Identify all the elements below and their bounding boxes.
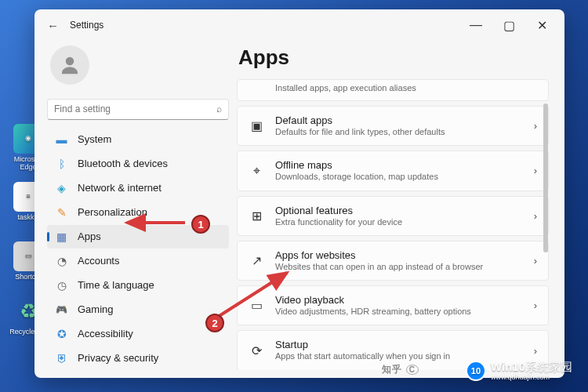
card-sub: Websites that can open in an app instead… (275, 261, 523, 272)
svg-point-0 (66, 57, 74, 66)
card-optional-features[interactable]: ⊞ Optional features Extra functionality … (237, 196, 549, 236)
sidebar-item-accounts[interactable]: ◔ Accounts (47, 249, 229, 273)
card-title: Video playback (275, 294, 523, 306)
features-icon: ⊞ (249, 208, 264, 223)
card-title: Apps for websites (275, 249, 523, 261)
sidebar-item-system[interactable]: ▬ System (47, 128, 229, 151)
sidebar-item-gaming[interactable]: 🎮 Gaming (47, 298, 229, 321)
sidebar-item-privacy[interactable]: ⛨ Privacy & security (47, 347, 229, 370)
avatar (50, 45, 89, 85)
scrollbar[interactable] (543, 88, 550, 359)
apps-icon: ▦ (55, 230, 68, 243)
search-input[interactable]: Find a setting ⌕ (47, 99, 229, 120)
chevron-right-icon: › (534, 345, 537, 357)
sidebar-item-bluetooth[interactable]: ᛒ Bluetooth & devices (47, 152, 229, 176)
card-video-playback[interactable]: ▭ Video playback Video adjustments, HDR … (237, 285, 549, 325)
sidebar-item-label: System (78, 133, 111, 145)
search-placeholder: Find a setting (54, 103, 216, 114)
clock-icon: ◷ (55, 278, 68, 292)
sidebar-item-time-language[interactable]: ◷ Time & language (47, 274, 229, 297)
close-button[interactable]: ✕ (525, 13, 558, 37)
chevron-right-icon: › (534, 165, 537, 176)
startup-icon: ⟳ (249, 343, 264, 358)
card-sub: Downloads, storage location, map updates (275, 171, 523, 182)
card-title: Offline maps (275, 159, 523, 171)
card-sub: Defaults for file and link types, other … (275, 126, 523, 137)
card-default-apps[interactable]: ▣ Default apps Defaults for file and lin… (237, 106, 549, 146)
chevron-right-icon: › (534, 255, 537, 267)
default-apps-icon: ▣ (249, 118, 264, 134)
map-icon: ⌖ (249, 163, 264, 179)
card-offline-maps[interactable]: ⌖ Offline maps Downloads, storage locati… (237, 151, 549, 191)
profile-block[interactable] (47, 41, 229, 99)
cards-list: Installed apps, app execution aliases ▣ … (237, 79, 549, 370)
accounts-icon: ◔ (55, 254, 68, 267)
chevron-right-icon: › (534, 299, 537, 311)
sidebar-item-label: Network & internet (78, 182, 162, 194)
sidebar-item-accessibility[interactable]: ✪ Accessibility (47, 322, 229, 346)
video-icon: ▭ (249, 298, 264, 314)
window-title: Settings (70, 20, 103, 31)
card-title: Startup (275, 339, 523, 350)
card-sub: Video adjustments, HDR streaming, batter… (275, 306, 523, 317)
shield-icon: ⛨ (55, 351, 68, 365)
card-apps-for-websites[interactable]: ↗ Apps for websites Websites that can op… (237, 241, 549, 281)
sidebar-item-label: Bluetooth & devices (78, 158, 168, 169)
card-installed-apps[interactable]: Installed apps, app execution aliases (237, 79, 549, 101)
card-title: Default apps (275, 114, 523, 126)
sidebar-item-label: Privacy & security (78, 352, 158, 364)
personalization-icon: ✎ (55, 205, 68, 219)
scrollbar-thumb[interactable] (543, 103, 548, 252)
card-sub: Extra functionality for your device (275, 216, 523, 227)
websites-icon: ↗ (249, 253, 264, 269)
minimize-button[interactable]: — (459, 13, 492, 37)
sidebar-item-label: Gaming (78, 303, 114, 315)
sidebar-item-network[interactable]: ◈ Network & internet (47, 176, 229, 200)
card-title: Optional features (275, 205, 523, 216)
network-icon: ◈ (55, 181, 68, 194)
system-icon: ▬ (55, 132, 68, 146)
nav-list: ▬ System ᛒ Bluetooth & devices ◈ Network… (47, 128, 229, 370)
main-panel: Apps Installed apps, app execution alias… (237, 41, 552, 370)
sidebar-item-label: Apps (78, 230, 101, 242)
card-sub: Installed apps, app execution aliases (275, 82, 537, 93)
sidebar-item-label: Time & language (78, 279, 154, 291)
back-button[interactable]: ← (47, 19, 59, 32)
installed-apps-icon (249, 80, 264, 96)
person-icon (58, 53, 82, 77)
search-icon: ⌕ (216, 103, 222, 114)
accessibility-icon: ✪ (55, 327, 68, 340)
sidebar-item-label: Accounts (78, 255, 119, 267)
sidebar-item-label: Accessibility (78, 328, 133, 339)
bluetooth-icon: ᛒ (55, 157, 68, 170)
watermark-win10: 10 Win10系统家园 www.qdhuajin.com (466, 360, 572, 381)
gaming-icon: 🎮 (55, 303, 68, 316)
chevron-right-icon: › (534, 210, 537, 222)
page-title: Apps (237, 41, 549, 79)
titlebar: ← Settings — ▢ ✕ (34, 9, 564, 41)
sidebar-item-label: Personalization (78, 206, 147, 218)
annotation-badge-2: 2 (205, 314, 224, 332)
sidebar: Find a setting ⌕ ▬ System ᛒ Bluetooth & … (47, 41, 229, 370)
annotation-badge-1: 1 (191, 215, 210, 234)
win10-logo-icon: 10 (466, 361, 486, 381)
maximize-button[interactable]: ▢ (492, 13, 525, 37)
chevron-right-icon: › (534, 120, 537, 132)
settings-window: ← Settings — ▢ ✕ Find a setting ⌕ ▬ Syst… (34, 9, 564, 378)
watermark-zhihu: 知乎 C (382, 363, 419, 376)
